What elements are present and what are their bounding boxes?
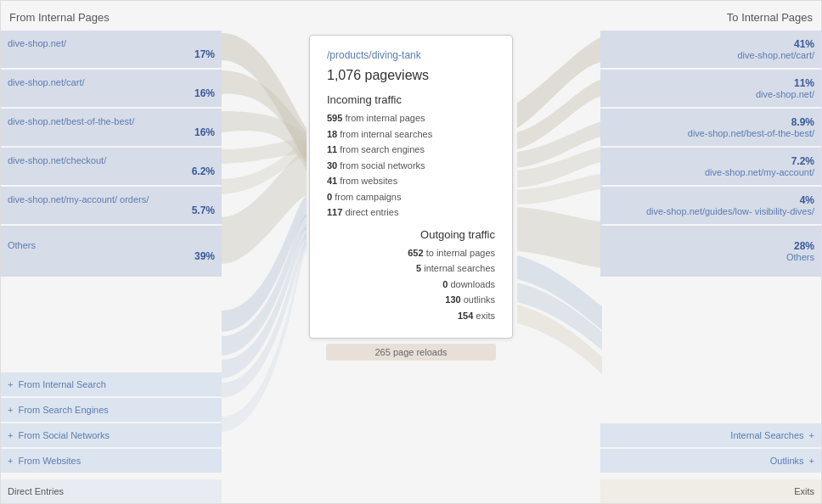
right-row-name-3: dive-shop.net/my-account/: [705, 167, 814, 177]
outgoing-section: Outgoing traffic 652 to internal pages5 …: [327, 228, 495, 323]
right-panel: To Internal Pages 41% dive-shop.net/cart…: [600, 1, 821, 503]
right-row-3[interactable]: 7.2% dive-shop.net/my-account/: [600, 148, 821, 185]
right-row-pct-3: 7.2%: [791, 155, 814, 167]
right-row-4[interactable]: 4% dive-shop.net/guides/low- visibility-…: [600, 187, 821, 224]
incoming-traffic-list: 595 from internal pages18 from internal …: [327, 111, 495, 220]
left-bottom-item-0[interactable]: + From Internal Search: [1, 372, 222, 396]
plus-icon-2: +: [8, 430, 13, 440]
center-panel: /products/diving-tank 1,076 pageviews In…: [222, 1, 600, 503]
left-rows: dive-shop.net/ 17% dive-shop.net/cart/ 1…: [1, 31, 222, 369]
right-row-pct-5: 28%: [794, 240, 814, 252]
right-rows: 41% dive-shop.net/cart/ 11% dive-shop.ne…: [600, 31, 821, 420]
main-container: From Internal Pages dive-shop.net/ 17% d…: [0, 0, 822, 504]
outgoing-item-0: 652 to internal pages: [327, 246, 495, 260]
left-row-pct-3: 6.2%: [8, 165, 215, 177]
right-row-2[interactable]: 8.9% dive-shop.net/best-of-the-best/: [600, 109, 821, 146]
right-bottom-label-0: Internal Searches: [730, 430, 803, 440]
right-row-pct-4: 4%: [800, 194, 814, 206]
left-row-pct-0: 17%: [8, 48, 215, 60]
incoming-title: Incoming traffic: [327, 93, 495, 106]
left-bottom-label-0: From Internal Search: [18, 379, 105, 389]
left-row-0[interactable]: dive-shop.net/ 17%: [1, 31, 222, 68]
left-bottom-label-2: From Social Networks: [18, 430, 110, 440]
left-row-name-4: dive-shop.net/my-account/ orders/: [8, 194, 215, 204]
left-row-pct-4: 5.7%: [8, 204, 215, 216]
left-bottom-label-3: From Websites: [18, 456, 81, 466]
left-title: From Internal Pages: [1, 1, 222, 31]
left-row-name-5: Others: [8, 240, 215, 250]
outgoing-item-1: 5 internal searches: [327, 261, 495, 276]
right-row-pct-2: 8.9%: [791, 116, 814, 128]
reloads-text: 265 page reloads: [374, 347, 447, 357]
right-bottom-item-0[interactable]: Internal Searches +: [600, 423, 821, 447]
outgoing-title: Outgoing traffic: [327, 228, 495, 241]
reloads-bar: 265 page reloads: [326, 344, 496, 361]
left-row-4[interactable]: dive-shop.net/my-account/ orders/ 5.7%: [1, 187, 222, 224]
pageviews: 1,076 pageviews: [327, 68, 495, 83]
left-row-5[interactable]: Others 39%: [1, 226, 222, 277]
outgoing-item-3: 130 outlinks: [327, 293, 495, 307]
left-bottom-item-1[interactable]: + From Search Engines: [1, 398, 222, 422]
left-row-pct-5: 39%: [8, 250, 215, 262]
right-row-5[interactable]: 28% Others: [600, 226, 821, 277]
left-panel: From Internal Pages dive-shop.net/ 17% d…: [1, 1, 222, 503]
right-row-1[interactable]: 11% dive-shop.net/: [600, 70, 821, 107]
direct-entries-item: Direct Entries: [1, 479, 222, 503]
right-row-name-4: dive-shop.net/guides/low- visibility-div…: [646, 206, 814, 216]
incoming-item-1: 18 from internal searches: [327, 127, 495, 142]
left-row-name-3: dive-shop.net/checkout/: [8, 155, 215, 165]
right-row-name-2: dive-shop.net/best-of-the-best/: [688, 128, 814, 138]
left-row-1[interactable]: dive-shop.net/cart/ 16%: [1, 70, 222, 107]
incoming-item-2: 11 from search engines: [327, 143, 495, 157]
incoming-item-4: 41 from websites: [327, 174, 495, 188]
right-row-pct-1: 11%: [794, 77, 814, 89]
incoming-item-0: 595 from internal pages: [327, 111, 495, 126]
right-row-0[interactable]: 41% dive-shop.net/cart/: [600, 31, 821, 68]
left-bottom-item-3[interactable]: + From Websites: [1, 449, 222, 473]
left-row-2[interactable]: dive-shop.net/best-of-the-best/ 16%: [1, 109, 222, 146]
left-row-name-1: dive-shop.net/cart/: [8, 77, 215, 87]
right-plus-icon-1: +: [809, 456, 814, 466]
incoming-item-6: 117 direct entries: [327, 205, 495, 220]
left-bottom-label-1: From Search Engines: [18, 405, 108, 415]
right-exits-item: Exits: [600, 479, 821, 503]
info-card: /products/diving-tank 1,076 pageviews In…: [309, 35, 513, 339]
outgoing-traffic-list: 652 to internal pages5 internal searches…: [327, 246, 495, 323]
direct-entries-label: Direct Entries: [8, 486, 64, 496]
left-row-pct-2: 16%: [8, 126, 215, 138]
plus-icon-3: +: [8, 456, 13, 466]
right-bottom-label-1: Outlinks: [770, 456, 804, 466]
right-row-name-0: dive-shop.net/cart/: [738, 50, 815, 60]
right-bottom: Internal Searches + Outlinks +: [600, 420, 821, 478]
right-row-name-5: Others: [786, 252, 814, 262]
left-bottom: + From Internal Search + From Search Eng…: [1, 369, 222, 478]
plus-icon-1: +: [8, 405, 13, 415]
right-row-name-1: dive-shop.net/: [756, 89, 814, 99]
left-row-name-0: dive-shop.net/: [8, 38, 215, 48]
left-row-name-2: dive-shop.net/best-of-the-best/: [8, 116, 215, 126]
right-bottom-item-1[interactable]: Outlinks +: [600, 449, 821, 473]
right-row-pct-0: 41%: [794, 38, 814, 50]
incoming-item-5: 0 from campaigns: [327, 190, 495, 204]
exits-label: Exits: [794, 486, 814, 496]
plus-icon-0: +: [8, 379, 13, 389]
left-row-3[interactable]: dive-shop.net/checkout/ 6.2%: [1, 148, 222, 185]
incoming-item-3: 30 from social networks: [327, 159, 495, 173]
left-row-pct-1: 16%: [8, 87, 215, 99]
right-title: To Internal Pages: [600, 1, 821, 31]
right-plus-icon-0: +: [809, 430, 814, 440]
left-bottom-item-2[interactable]: + From Social Networks: [1, 423, 222, 447]
page-url[interactable]: /products/diving-tank: [327, 49, 495, 61]
outgoing-item-2: 0 downloads: [327, 277, 495, 292]
outgoing-item-4: 154 exits: [327, 309, 495, 323]
